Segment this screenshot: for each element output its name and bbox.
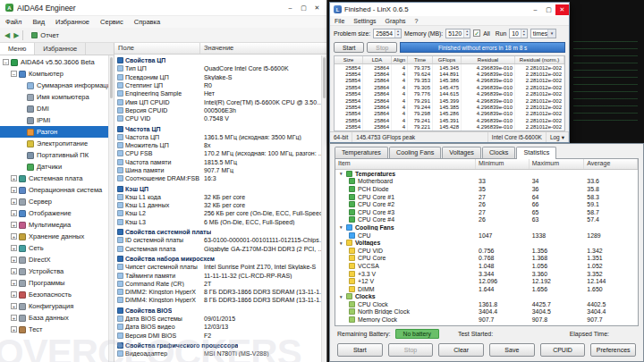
stats-group-row[interactable]: ▾Voltages — [335, 239, 638, 247]
tree-expander-icon[interactable]: + — [11, 315, 17, 321]
forward-icon[interactable]: ▶ — [13, 31, 19, 39]
field-row[interactable]: Дата BIOS видео12/03/13 — [114, 323, 326, 331]
results-column-header[interactable]: Residual — [462, 56, 515, 63]
stats-row[interactable]: CPU104713381289 — [335, 232, 638, 240]
tree-expander-icon[interactable]: + — [11, 175, 17, 181]
field-row[interactable]: CPU VID0.7548 V — [114, 114, 326, 122]
tree-expander-icon[interactable]: + — [11, 291, 17, 298]
report-button[interactable]: Отчет — [27, 30, 64, 40]
spinner-arrows-icon[interactable]: ▴▾ — [394, 29, 401, 38]
field-row[interactable]: Степпинг ЦПR0 — [114, 81, 326, 89]
stats-row[interactable]: CPU Core #1276458.3 — [335, 193, 638, 201]
result-row[interactable]: 2585425864479.624144.8914.296839e-0102.2… — [335, 71, 564, 77]
stats-row[interactable]: DIMM1.6441.6561.650 — [335, 285, 638, 293]
cpuid-button[interactable]: CPUID — [540, 343, 586, 357]
memory-input[interactable]: 5120 ▴▾ — [445, 29, 470, 38]
field-row[interactable]: Системная платаGigabyte GA-Z170M-D3H DDR… — [114, 245, 326, 253]
results-column-header[interactable]: GFlops — [433, 56, 462, 63]
tree-expander-icon[interactable]: + — [11, 257, 17, 263]
field-row[interactable]: Дата BIOS системы09/01/2015 — [114, 315, 326, 323]
tree-expander-icon[interactable]: + — [11, 222, 17, 228]
sidebar-item-14[interactable]: +Мультимедиа — [0, 219, 114, 231]
result-row[interactable]: 2585425864479.776144.6154.296839e-0102.2… — [335, 91, 564, 97]
section-row[interactable]: Свойства BIOS — [114, 307, 326, 315]
save-button[interactable]: Save — [489, 343, 535, 357]
stats-row[interactable]: CPU Core #4266357.4 — [335, 216, 638, 224]
field-row[interactable]: DIMM2: Kingston HyperX8 ГБ DDR3-1866 DDR… — [114, 288, 326, 296]
column-field[interactable]: Поле — [114, 43, 200, 54]
result-row[interactable]: 2585425864479.244145.3854.296839e-0102.2… — [335, 104, 564, 110]
sidebar-item-16[interactable]: +Сеть — [0, 242, 114, 254]
sidebar-item-11[interactable]: +Операционная система — [0, 184, 114, 196]
content-scrollbar[interactable] — [321, 55, 326, 362]
tab-cooling-fans[interactable]: Cooling Fans — [389, 147, 441, 158]
sidebar-item-8[interactable]: Портативный ПК — [0, 149, 114, 161]
group-expander-icon[interactable]: ▾ — [340, 171, 345, 176]
tab-statistics[interactable]: Statistics — [516, 147, 556, 159]
tree-expander-icon[interactable]: − — [3, 59, 9, 65]
maximize-icon[interactable]: ▢ — [297, 3, 310, 13]
maximize-icon[interactable]: ▢ — [542, 4, 555, 15]
results-column-header[interactable]: Align — [392, 56, 408, 63]
clear-button[interactable]: Clear — [438, 343, 484, 357]
stats-group-row[interactable]: ▾Clocks — [335, 293, 638, 301]
section-row[interactable]: Свойства системной платы — [114, 228, 326, 236]
sidebar-item-6[interactable]: Разгон — [0, 126, 114, 138]
sidebar-item-22[interactable]: +База данных — [0, 312, 114, 324]
tree-expander-icon[interactable]: + — [11, 245, 17, 251]
preferences-button[interactable]: Preferences — [590, 343, 636, 357]
stats-row[interactable]: VCCSA1.0481.0561.052 — [335, 262, 638, 270]
aida-menu-item-3[interactable]: Сервис — [95, 18, 129, 26]
stats-row[interactable]: PCH Diode353635.8 — [335, 185, 638, 193]
sidebar-item-18[interactable]: +Устройства — [0, 265, 114, 277]
sidebar-item-12[interactable]: +Сервер — [0, 196, 114, 207]
stats-group-row[interactable]: ▾Temperatures — [335, 170, 638, 178]
aida-menu-item-2[interactable]: Избранное — [50, 18, 95, 26]
results-column-header[interactable]: Size — [335, 56, 363, 63]
section-row[interactable]: Кэш ЦП — [114, 184, 326, 192]
tab-clocks[interactable]: Clocks — [482, 147, 516, 158]
sidebar-item-20[interactable]: +Безопасность — [0, 289, 114, 300]
field-row[interactable]: Соотношение DRAM:FSB16:3 — [114, 174, 326, 182]
result-row[interactable]: 2585425864479.221145.4284.296839e-0102.2… — [335, 124, 564, 130]
field-row[interactable]: ID системной платы63-0100-000001-0010111… — [114, 236, 326, 244]
section-row[interactable]: Свойства набора микросхем — [114, 255, 326, 263]
result-row[interactable]: 2585425864479.241145.3914.296839e-0102.2… — [335, 117, 564, 123]
field-row[interactable]: Частота ЦП1361.5 МГц (исходная: 3500 МГц… — [114, 133, 326, 141]
stats-row[interactable]: CPU Clock1361.84425.74402.5 — [335, 300, 638, 308]
sidebar-scrollbar[interactable] — [108, 55, 114, 362]
results-column-header[interactable]: LDA — [363, 56, 392, 63]
problem-size-input[interactable]: 25854 ▴▾ — [373, 29, 402, 38]
linx-titlebar[interactable]: L Finished - LinX 0.6.5 – ▢ ✕ — [330, 3, 569, 16]
run-unit-select[interactable]: times ▾ — [530, 29, 556, 38]
section-row[interactable]: Свойства графического процессора — [114, 341, 326, 349]
sidebar-item-23[interactable]: +Тест — [0, 324, 114, 335]
sidebar-item-9[interactable]: Датчики — [0, 161, 114, 173]
field-row[interactable]: Шина памяти907.7 МГц — [114, 166, 326, 174]
run-count-input[interactable]: 10 ▴▾ — [509, 29, 528, 38]
tree-expander-icon[interactable]: + — [11, 326, 17, 333]
field-row[interactable]: ВидеоадаптерMSI N780Ti (MS-V288) — [114, 349, 326, 358]
tab-temperatures[interactable]: Temperatures — [335, 147, 388, 158]
aida-menu-item-0[interactable]: Файл — [0, 18, 27, 26]
result-row[interactable]: 2585425864479.305145.4754.296839e-0102.2… — [335, 84, 564, 90]
tree-expander-icon[interactable]: + — [11, 233, 17, 240]
stats-column-header[interactable]: Minimum — [476, 159, 530, 169]
tree-expander-icon[interactable]: + — [11, 210, 17, 216]
group-expander-icon[interactable]: ▾ — [340, 240, 345, 246]
sidebar-item-17[interactable]: +DirectX — [0, 254, 114, 265]
tree-expander-icon[interactable]: + — [11, 280, 17, 286]
sidebar-item-3[interactable]: Имя компьютера — [0, 91, 114, 103]
field-row[interactable]: Кэш L2256 КБ per core (On-Die, ECC, Full… — [114, 209, 326, 217]
field-row[interactable]: Чипсет системной платыIntel Sunrise Poin… — [114, 263, 326, 271]
results-column-header[interactable]: Time — [408, 56, 433, 63]
field-row[interactable]: Engineering SampleНет — [114, 89, 326, 97]
close-icon[interactable]: ✕ — [555, 4, 569, 15]
scrollbar-thumb[interactable] — [110, 57, 113, 98]
tree-expander-icon[interactable]: + — [11, 187, 17, 193]
stats-column-header[interactable]: Average — [584, 159, 638, 169]
field-row[interactable]: Версия DMI BIOSF2 — [114, 332, 326, 340]
stats-row[interactable]: Memory Clock907.7907.8907.7 — [335, 316, 638, 324]
result-row[interactable]: 2585425864479.375145.3454.296839e-0102.2… — [335, 64, 564, 71]
field-row[interactable]: Частота памяти1815.5 МГц — [114, 158, 326, 166]
